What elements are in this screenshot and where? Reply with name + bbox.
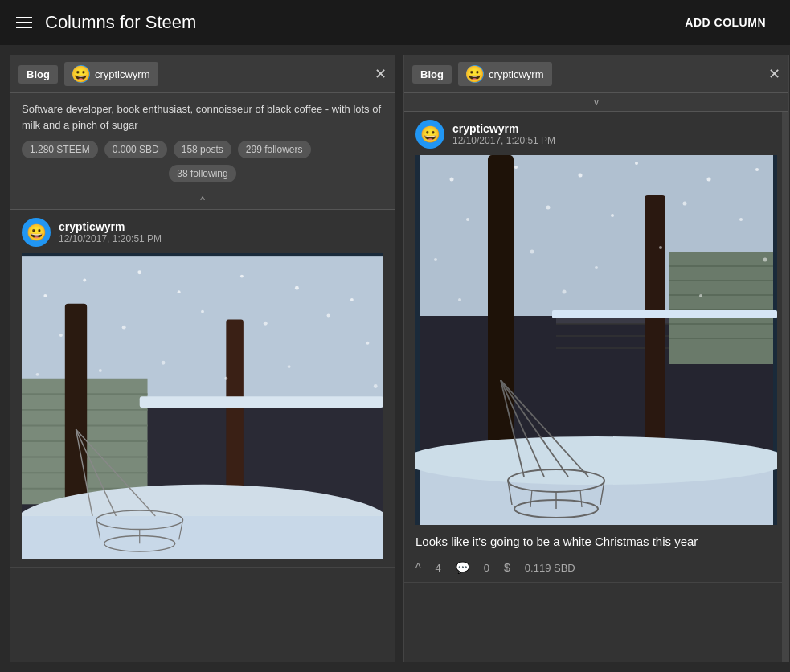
post-image [22, 253, 383, 559]
col2-post-image [415, 155, 777, 525]
upvote-icon: ^ [415, 561, 421, 574]
col2-reward-action[interactable]: $ [504, 561, 510, 574]
svg-point-41 [374, 384, 378, 388]
svg-point-29 [350, 298, 354, 301]
col1-profile-panel: Software developer, book enthusiast, con… [10, 93, 395, 191]
svg-point-33 [264, 322, 268, 326]
col2-post-author-row: 😀 crypticwyrm 12/10/2017, 1:20:51 PM [415, 120, 777, 149]
svg-point-35 [366, 342, 369, 345]
svg-point-30 [59, 334, 63, 337]
column-1: Blog 😀 crypticwyrm ✕ Software developer,… [10, 55, 395, 662]
svg-point-36 [36, 373, 39, 376]
post-author-name: crypticwyrm [59, 220, 162, 233]
col2-post-image-svg [415, 155, 777, 525]
svg-point-26 [178, 290, 181, 293]
stat-following: 38 following [169, 165, 235, 182]
col1-username: crypticwyrm [95, 68, 150, 80]
col2-user-badge[interactable]: 😀 crypticwyrm [458, 62, 552, 86]
col2-comment-count: 0 [484, 562, 489, 574]
col2-username: crypticwyrm [489, 68, 544, 80]
post-date: 12/10/2017, 1:20:51 PM [59, 233, 162, 244]
svg-point-82 [434, 258, 437, 261]
col1-avatar-emoji: 😀 [72, 66, 90, 82]
svg-point-31 [122, 326, 126, 330]
svg-point-34 [327, 314, 330, 318]
col1-profile-stats: 1.280 STEEM 0.000 SBD 158 posts 299 foll… [22, 141, 383, 158]
post-author-info: crypticwyrm 12/10/2017, 1:20:51 PM [59, 220, 162, 244]
stat-posts: 158 posts [174, 141, 231, 158]
svg-point-74 [635, 162, 638, 165]
svg-point-28 [295, 286, 299, 290]
svg-point-24 [83, 279, 86, 282]
svg-point-87 [458, 298, 461, 301]
comment-icon: 💬 [456, 561, 469, 574]
svg-point-77 [466, 218, 469, 221]
col2-post-date: 12/10/2017, 1:20:51 PM [452, 135, 555, 146]
col2-post-author-name: crypticwyrm [452, 122, 555, 135]
svg-point-58 [415, 436, 777, 485]
svg-point-86 [763, 258, 767, 262]
app-header: Columns for Steem ADD COLUMN [0, 0, 790, 45]
col1-close-button[interactable]: ✕ [375, 67, 387, 81]
menu-button[interactable] [16, 17, 32, 28]
dollar-icon: $ [504, 561, 510, 574]
col2-post-avatar: 😀 [415, 120, 444, 149]
col2-post-author-info: crypticwyrm 12/10/2017, 1:20:51 PM [452, 122, 555, 146]
header-left: Columns for Steem [16, 12, 196, 33]
svg-point-27 [240, 275, 244, 278]
post-card: 😀 crypticwyrm 12/10/2017, 1:20:51 PM [10, 210, 395, 568]
col2-avatar-emoji: 😀 [466, 66, 484, 82]
svg-point-23 [43, 294, 47, 297]
svg-point-85 [659, 246, 662, 249]
svg-rect-59 [552, 310, 777, 318]
stat-steem: 1.280 STEEM [22, 141, 98, 158]
col2-reward-value: 0.119 SBD [525, 562, 575, 574]
svg-point-37 [99, 369, 102, 372]
svg-point-71 [450, 178, 454, 182]
col2-upvote-action[interactable]: ^ [415, 561, 421, 574]
col2-vote-count: 4 [436, 562, 441, 574]
svg-rect-14 [140, 396, 383, 408]
svg-point-89 [699, 294, 702, 297]
svg-point-78 [546, 206, 551, 210]
svg-point-84 [595, 266, 598, 269]
svg-rect-13 [22, 516, 383, 559]
stat-sbd: 0.000 SBD [104, 141, 167, 158]
column-2-header: Blog 😀 crypticwyrm ✕ [404, 55, 788, 93]
vote-count-value: 4 [436, 562, 441, 574]
col2-post-actions: ^ 4 💬 0 $ 0.119 SBD [415, 556, 777, 574]
post-author-row: 😀 crypticwyrm 12/10/2017, 1:20:51 PM [22, 218, 383, 247]
col1-feed: 😀 crypticwyrm 12/10/2017, 1:20:51 PM [10, 210, 395, 662]
stat-followers: 299 followers [238, 141, 311, 158]
svg-point-38 [162, 361, 166, 365]
col2-comment-action[interactable]: 💬 [456, 561, 469, 574]
col1-profile-bio: Software developer, book enthusiast, con… [22, 101, 383, 133]
post-avatar-emoji: 😀 [27, 224, 47, 240]
col2-feed: 😀 crypticwyrm 12/10/2017, 1:20:51 PM [404, 112, 788, 662]
col1-user-badge[interactable]: 😀 crypticwyrm [64, 62, 158, 86]
svg-point-79 [611, 214, 614, 217]
col2-expand-arrow[interactable]: v [404, 93, 788, 112]
svg-point-80 [683, 202, 687, 206]
col1-collapse-arrow[interactable]: ^ [10, 191, 395, 210]
comment-count-value: 0 [484, 562, 489, 574]
svg-point-76 [755, 168, 759, 171]
columns-container: Blog 😀 crypticwyrm ✕ Software developer,… [0, 45, 790, 672]
post-avatar: 😀 [22, 218, 51, 247]
col2-post-avatar-emoji: 😀 [420, 126, 440, 142]
col1-type-badge: Blog [18, 65, 58, 84]
column-1-header: Blog 😀 crypticwyrm ✕ [10, 55, 395, 93]
svg-point-72 [514, 166, 518, 169]
svg-point-32 [201, 310, 204, 313]
col1-following-row: 38 following [22, 165, 383, 182]
svg-point-81 [739, 218, 743, 221]
svg-point-75 [707, 178, 711, 182]
col2-post-title: Looks like it's going to be a white Chri… [415, 533, 777, 550]
svg-point-73 [579, 174, 583, 178]
add-column-button[interactable]: ADD COLUMN [677, 11, 774, 34]
svg-point-83 [530, 250, 534, 254]
col2-close-button[interactable]: ✕ [768, 67, 780, 81]
svg-point-40 [288, 365, 291, 368]
col2-type-badge: Blog [412, 65, 452, 84]
col2-avatar-small: 😀 [466, 65, 484, 83]
